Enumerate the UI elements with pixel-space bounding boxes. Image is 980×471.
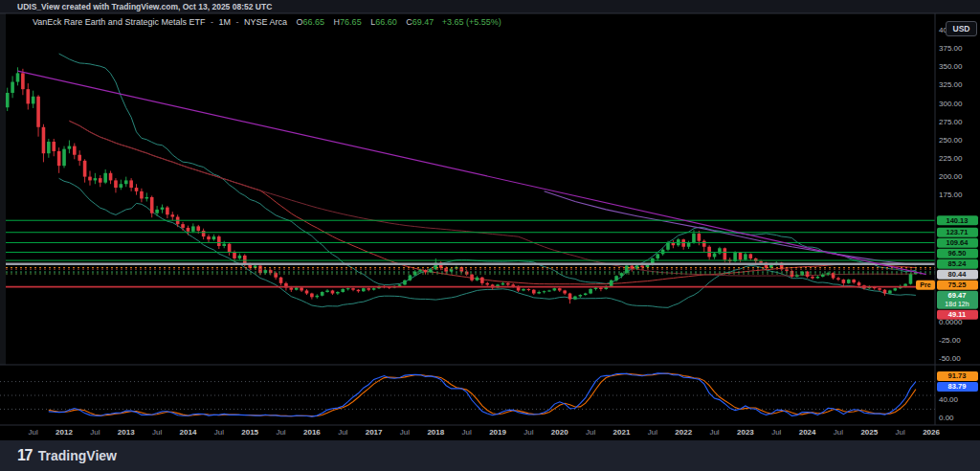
svg-text:250.00: 250.00 <box>939 136 963 145</box>
interval-label[interactable]: 1M <box>218 17 231 27</box>
svg-text:2022: 2022 <box>675 428 692 437</box>
price-chart-canvas[interactable]: 400.00375.00350.00325.00300.00275.00250.… <box>0 0 980 440</box>
svg-text:83.79: 83.79 <box>948 382 967 391</box>
svg-text:375.00: 375.00 <box>939 44 963 53</box>
svg-text:2023: 2023 <box>737 428 754 437</box>
svg-text:Jul: Jul <box>648 428 657 437</box>
svg-text:96.50: 96.50 <box>948 249 967 258</box>
svg-text:109.64: 109.64 <box>947 238 969 247</box>
svg-text:2013: 2013 <box>118 428 135 437</box>
svg-text:40.00: 40.00 <box>939 395 959 404</box>
svg-text:175.00: 175.00 <box>939 191 963 199</box>
open-value: 66.65 <box>303 17 325 27</box>
legend-separator: - <box>211 17 213 27</box>
tradingview-brand[interactable]: TradingView <box>38 448 117 463</box>
svg-text:2019: 2019 <box>489 428 506 437</box>
svg-text:2025: 2025 <box>860 428 878 437</box>
svg-text:Pre: Pre <box>920 281 930 288</box>
svg-text:2026: 2026 <box>923 428 940 437</box>
change-value: +3.65 (+5.55%) <box>442 17 501 27</box>
currency-button[interactable]: USD <box>946 21 977 36</box>
svg-text:2014: 2014 <box>180 428 197 437</box>
snapshot-header: UDIS_View created with TradingView.com, … <box>0 0 980 13</box>
svg-text:Jul: Jul <box>523 428 533 437</box>
svg-text:Jul: Jul <box>276 428 285 437</box>
svg-text:85.24: 85.24 <box>948 259 968 268</box>
svg-text:Jul: Jul <box>834 428 843 437</box>
low-value: 66.60 <box>375 17 397 27</box>
svg-text:2012: 2012 <box>56 428 73 437</box>
symbol-title[interactable]: VanEck Rare Earth and Strategic Metals E… <box>33 17 205 27</box>
svg-text:200.00: 200.00 <box>939 172 963 181</box>
svg-text:2020: 2020 <box>551 428 568 437</box>
svg-text:Jul: Jul <box>400 428 410 437</box>
svg-text:Jul: Jul <box>586 428 595 437</box>
svg-text:80.44: 80.44 <box>948 270 968 279</box>
open-label: O <box>297 17 303 27</box>
svg-text:Jul: Jul <box>771 428 781 437</box>
svg-text:2017: 2017 <box>366 428 383 437</box>
chart-area: 400.00375.00350.00325.00300.00275.00250.… <box>0 0 980 440</box>
close-value: 69.47 <box>412 17 434 27</box>
svg-text:-50.00: -50.00 <box>939 354 961 363</box>
svg-text:Jul: Jul <box>90 428 100 437</box>
tradingview-logo-icon[interactable]: 17 <box>17 440 32 471</box>
svg-text:2024: 2024 <box>799 428 816 437</box>
svg-text:123.71: 123.71 <box>947 228 969 236</box>
footer-bar: 17 TradingView <box>0 440 980 471</box>
symbol-legend: VanEck Rare Earth and Strategic Metals E… <box>33 17 501 27</box>
svg-text:75.25: 75.25 <box>948 280 967 289</box>
svg-text:Jul: Jul <box>214 428 224 437</box>
svg-text:2015: 2015 <box>241 428 258 437</box>
legend-separator: - <box>235 17 238 27</box>
svg-text:Jul: Jul <box>896 428 905 437</box>
svg-text:Jul: Jul <box>29 428 38 437</box>
svg-text:275.00: 275.00 <box>939 118 963 126</box>
svg-text:2018: 2018 <box>427 428 444 437</box>
svg-text:350.00: 350.00 <box>939 62 963 71</box>
exchange-label: NYSE Arca <box>244 17 287 27</box>
svg-text:49.11: 49.11 <box>948 310 966 319</box>
svg-text:Jul: Jul <box>709 428 719 437</box>
svg-text:Jul: Jul <box>462 428 472 437</box>
svg-text:0.00: 0.00 <box>939 414 954 422</box>
svg-text:2016: 2016 <box>303 428 321 437</box>
snapshot-info-text: UDIS_View created with TradingView.com, … <box>17 2 272 11</box>
svg-text:2021: 2021 <box>613 428 631 437</box>
svg-text:300.00: 300.00 <box>939 100 963 108</box>
svg-text:325.00: 325.00 <box>939 80 963 89</box>
svg-text:69.47: 69.47 <box>948 291 967 300</box>
svg-text:Jul: Jul <box>338 428 347 437</box>
svg-text:18d 12h: 18d 12h <box>945 301 969 307</box>
high-value: 76.65 <box>340 17 362 27</box>
svg-text:91.73: 91.73 <box>948 371 967 380</box>
svg-text:225.00: 225.00 <box>939 154 963 163</box>
svg-text:Jul: Jul <box>152 428 162 437</box>
svg-text:140.13: 140.13 <box>947 216 969 225</box>
svg-text:-25.00: -25.00 <box>939 336 961 345</box>
tradingview-chart-snapshot: 400.00375.00350.00325.00300.00275.00250.… <box>0 0 980 471</box>
